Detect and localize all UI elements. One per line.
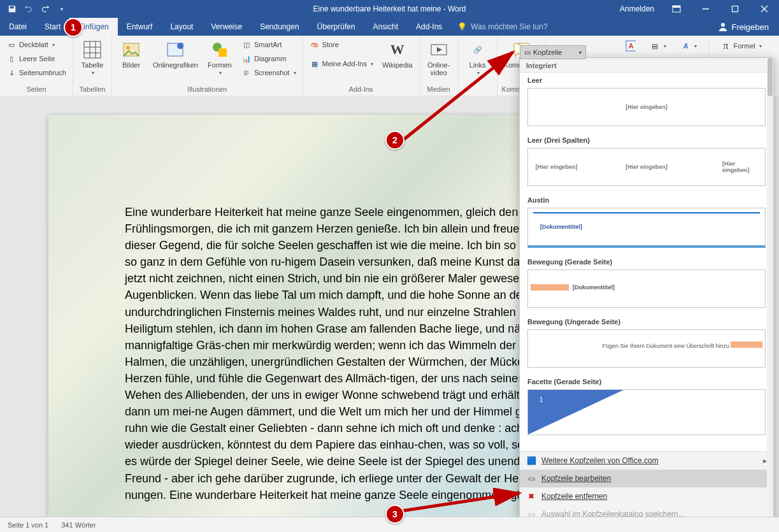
scrollbar-thumb[interactable] xyxy=(768,58,773,96)
quickparts-icon[interactable]: ▤ xyxy=(647,40,669,52)
tab-layout[interactable]: Layout xyxy=(161,18,202,36)
edit-icon: ▭ xyxy=(526,473,536,484)
pictures-button[interactable]: Bilder xyxy=(116,38,147,70)
svg-point-13 xyxy=(126,46,130,50)
group-addins: 🛍Store ▦Meine Add-Ins WWikipedia Add-Ins xyxy=(303,36,420,96)
group-links: 🔗Links xyxy=(459,36,497,96)
group-label: Seiten xyxy=(4,85,69,94)
share-button[interactable]: Freigeben xyxy=(708,18,779,36)
group-media: Online- video Medien xyxy=(420,36,459,96)
gallery-item-bew-u[interactable]: Bewegung (Ungerade Seite) Fügen Sie Ihre… xyxy=(521,314,772,368)
online-video-button[interactable]: Online- video xyxy=(424,38,454,78)
online-picture-icon xyxy=(165,40,185,60)
cover-page-button[interactable]: ▭Deckblatt xyxy=(4,38,69,51)
header-icon: ▭ xyxy=(524,48,531,57)
gallery-scrollbar[interactable] xyxy=(767,58,773,523)
svg-rect-7 xyxy=(84,41,101,58)
more-headers-button[interactable]: 🟦 Weitere Kopfzeilen von Office.com ▸ xyxy=(520,452,773,470)
gallery-scroll[interactable]: Leer [Hier eingeben] Leer (Drei Spalten)… xyxy=(520,73,773,451)
online-pictures-button[interactable]: Onlinegrafiken xyxy=(150,38,201,70)
gallery-item-austin[interactable]: Austin [Dokumenttitel] xyxy=(521,192,772,248)
shapes-icon xyxy=(210,40,230,60)
word-count[interactable]: 341 Wörter xyxy=(61,521,96,529)
save-icon[interactable] xyxy=(5,2,19,16)
video-icon xyxy=(429,40,449,60)
maximize-icon[interactable] xyxy=(720,0,750,18)
group-label: Add-Ins xyxy=(307,85,415,94)
smartart-button[interactable]: ◫SmartArt xyxy=(239,38,299,51)
equation-button[interactable]: πFormel xyxy=(718,40,764,52)
tellme-search[interactable]: 💡 Was möchten Sie tun? xyxy=(451,18,554,36)
smartart-icon: ◫ xyxy=(241,40,252,50)
group-tables: Tabelle Tabellen xyxy=(73,36,112,96)
gallery-footer: 🟦 Weitere Kopfzeilen von Office.com ▸ ▭ … xyxy=(520,451,773,523)
my-addins-button[interactable]: ▦Meine Add-Ins xyxy=(307,57,376,70)
group-label xyxy=(462,85,493,94)
wordart-icon[interactable]: A xyxy=(678,40,699,52)
office-icon: 🟦 xyxy=(526,456,536,466)
store-icon: 🛍 xyxy=(310,40,320,50)
ribbon-tabs: Datei Start Einfügen Entwurf Layout Verw… xyxy=(0,18,779,36)
textbox-placeholder-icon[interactable]: A xyxy=(623,40,638,52)
tab-references[interactable]: Verweise xyxy=(202,18,251,36)
svg-point-6 xyxy=(721,23,725,27)
window-title: Eine wunderbare Heiterkeit hat meine - W… xyxy=(313,4,466,13)
share-label: Freigeben xyxy=(731,22,769,32)
redo-icon[interactable] xyxy=(38,2,52,16)
picture-icon xyxy=(121,40,141,60)
tab-mailings[interactable]: Sendungen xyxy=(251,18,308,36)
blank-page-button[interactable]: ▯Leere Seite xyxy=(4,52,69,65)
group-illustrations: Bilder Onlinegrafiken Formen ◫SmartArt 📊… xyxy=(112,36,303,96)
chart-icon: 📊 xyxy=(241,54,252,64)
quick-access-toolbar: ▾ xyxy=(0,2,69,16)
edit-header-button[interactable]: ▭ Kopfzeile bearbeiten xyxy=(520,470,773,487)
chart-button[interactable]: 📊Diagramm xyxy=(239,52,299,65)
ribbon-display-options-icon[interactable] xyxy=(662,0,691,18)
links-button[interactable]: 🔗Links xyxy=(462,38,493,77)
tab-design[interactable]: Entwurf xyxy=(118,18,162,36)
titlebar: ▾ Eine wunderbare Heiterkeit hat meine -… xyxy=(0,0,779,18)
shapes-button[interactable]: Formen xyxy=(204,38,235,77)
group-label: Tabellen xyxy=(77,85,108,94)
close-icon[interactable] xyxy=(750,0,779,18)
tab-addins[interactable]: Add-Ins xyxy=(407,18,451,36)
tellme-placeholder: Was möchten Sie tun? xyxy=(471,22,547,31)
wikipedia-button[interactable]: WWikipedia xyxy=(380,38,415,70)
preview-austin: [Dokumenttitel] xyxy=(527,208,766,248)
group-pages: ▭Deckblatt ▯Leere Seite ⤓Seitenumbruch S… xyxy=(0,36,73,96)
svg-text:A: A xyxy=(629,42,634,50)
page-break-button[interactable]: ⤓Seitenumbruch xyxy=(4,66,69,79)
person-icon xyxy=(718,22,727,31)
addins-icon: ▦ xyxy=(310,59,320,69)
header-button[interactable]: ▭ Kopfzeile ▾ xyxy=(520,45,586,59)
lightbulb-icon: 💡 xyxy=(457,22,467,31)
tab-file[interactable]: Datei xyxy=(0,18,36,36)
preview-bew-u: Fügen Sie Ihrem Dokument eine Überschrif… xyxy=(527,329,766,368)
table-icon xyxy=(82,40,103,60)
page-icon: ▭ xyxy=(6,40,17,50)
preview-leer3: [Hier eingeben] [Hier eingeben] [Hier ei… xyxy=(527,148,766,186)
screenshot-button[interactable]: ⎚Screenshot xyxy=(239,66,299,79)
svg-rect-17 xyxy=(218,48,227,57)
gallery-item-fac[interactable]: Facette (Gerade Seite) 1 xyxy=(521,374,772,435)
table-button[interactable]: Tabelle xyxy=(77,38,108,77)
gallery-item-leer[interactable]: Leer [Hier eingeben] xyxy=(521,73,772,126)
gallery-section-title: Integriert xyxy=(520,58,773,73)
svg-rect-1 xyxy=(673,6,680,8)
svg-point-15 xyxy=(177,43,183,49)
qat-customize-icon[interactable]: ▾ xyxy=(55,2,69,16)
wikipedia-icon: W xyxy=(387,40,408,60)
tab-view[interactable]: Ansicht xyxy=(364,18,407,36)
remove-header-button[interactable]: ✖ Kopfzeile entfernen xyxy=(520,487,773,505)
gallery-item-bew-g[interactable]: Bewegung (Gerade Seite) [Dokumenttitel] xyxy=(521,254,772,308)
link-icon: 🔗 xyxy=(468,40,488,60)
gallery-item-leer3[interactable]: Leer (Drei Spalten) [Hier eingeben] [Hie… xyxy=(521,133,772,186)
tab-review[interactable]: Überprüfen xyxy=(308,18,364,36)
annotation-1: 1 xyxy=(64,18,83,37)
undo-icon[interactable] xyxy=(22,2,36,16)
store-button[interactable]: 🛍Store xyxy=(307,38,376,51)
page-info[interactable]: Seite 1 von 1 xyxy=(8,521,48,529)
preview-leer: [Hier eingeben] xyxy=(527,88,766,126)
signin-button[interactable]: Anmelden xyxy=(612,0,662,18)
minimize-icon[interactable] xyxy=(691,0,720,18)
